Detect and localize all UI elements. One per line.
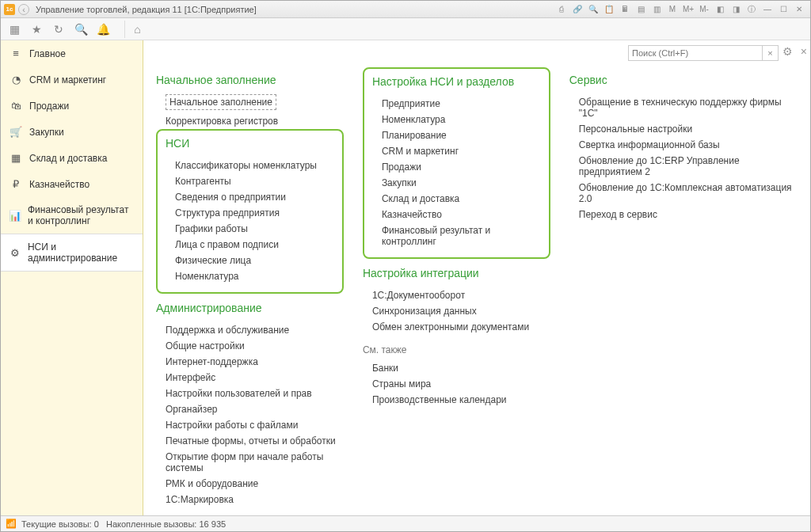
link-item[interactable]: Продажи xyxy=(372,159,541,175)
section-title: Администрирование xyxy=(156,302,344,314)
search-icon[interactable]: 🔍 xyxy=(586,3,600,16)
status-accum-value: 16 935 xyxy=(199,519,226,529)
m-minus-button[interactable]: M- xyxy=(697,3,711,16)
sidebar-item[interactable]: ▦Склад и доставка xyxy=(1,145,143,171)
link-item[interactable]: Сведения о предприятии xyxy=(166,189,334,205)
link-item[interactable]: Лица с правом подписи xyxy=(166,237,334,253)
link-item[interactable]: 1С:Документооборот xyxy=(363,287,550,303)
link-item[interactable]: Обмен электронными документами xyxy=(363,319,550,335)
link-item[interactable]: Номенклатура xyxy=(372,112,541,127)
link-item[interactable]: Поддержка и обслуживание xyxy=(156,322,344,338)
status-accum-label: Накопленные вызовы: xyxy=(106,519,196,529)
section-title: НСИ xyxy=(166,137,334,150)
sidebar-item[interactable]: 🛍Продажи xyxy=(1,93,143,119)
search-clear-button[interactable]: × xyxy=(763,45,779,61)
db-icon[interactable]: ▥ xyxy=(649,3,664,16)
link-item[interactable]: Казначейство xyxy=(372,207,541,222)
link-item[interactable]: РМК и оборудование xyxy=(156,476,344,492)
link-item[interactable]: Интернет-поддержка xyxy=(156,354,344,370)
sidebar-item[interactable]: ◔CRM и маркетинг xyxy=(1,66,143,93)
link-item[interactable]: Настройки работы с файлами xyxy=(156,417,344,433)
link-item[interactable]: Свертка информационной базы xyxy=(569,137,794,153)
link-item[interactable]: Обращение в техническую поддержку фирмы … xyxy=(569,94,794,121)
sidebar-label: Продажи xyxy=(29,101,69,112)
link-item[interactable]: 1С:Маркировка xyxy=(156,492,344,507)
section-title: Настройка интеграции xyxy=(363,267,550,279)
print-icon[interactable]: ⎙ xyxy=(554,3,569,16)
sidebar-label: Закупки xyxy=(29,127,64,138)
link-item[interactable]: Открытие форм при начале работы системы xyxy=(156,449,344,476)
sidebar-icon: ≡ xyxy=(9,48,23,59)
link-item[interactable]: Настройки пользователей и прав xyxy=(156,386,344,401)
sidebar-item[interactable]: 🛒Закупки xyxy=(1,119,143,145)
link-item[interactable]: Органайзер xyxy=(156,401,344,417)
home-icon[interactable]: ⌂ xyxy=(124,21,142,38)
sidebar-item[interactable]: 📊Финансовый результат и контроллинг xyxy=(1,197,143,234)
history-icon[interactable]: ↻ xyxy=(50,21,67,38)
link-item[interactable]: Производственные календари xyxy=(363,392,550,408)
status-bar: 📶 Текущие вызовы: 0 Накопленные вызовы: … xyxy=(1,515,810,531)
link-item[interactable]: Синхронизация данных xyxy=(363,303,550,319)
link-item[interactable]: Графики работы xyxy=(166,221,334,237)
sidebar-label: НСИ и администрирование xyxy=(28,241,135,264)
link-item[interactable]: Номенклатура xyxy=(166,268,334,284)
link-item[interactable]: Классификаторы номенклатуры xyxy=(166,158,334,173)
link-item[interactable]: CRM и маркетинг xyxy=(372,143,541,159)
link-icon[interactable]: 🔗 xyxy=(570,3,584,16)
link-item[interactable]: Физические лица xyxy=(166,253,334,268)
link-item[interactable]: Закупки xyxy=(372,175,541,191)
link-item[interactable]: Обновление до 1С:Комплексная автоматизац… xyxy=(569,180,794,207)
highlight-box-nsi: НСИ Классификаторы номенклатурыКонтраген… xyxy=(156,129,344,294)
link-item[interactable]: Предприятие xyxy=(372,96,541,112)
sidebar-icon: ⚙ xyxy=(9,247,21,259)
link-item[interactable]: Планирование xyxy=(372,127,541,143)
panel-close-button[interactable]: × xyxy=(801,45,807,58)
search-input[interactable] xyxy=(628,45,763,61)
link-item[interactable]: Склад и доставка xyxy=(372,191,541,207)
link-item[interactable]: Контрагенты xyxy=(166,173,334,189)
main-toolbar: ▦ ★ ↻ 🔍 🔔 ⌂ xyxy=(1,18,810,40)
section-title: Настройка НСИ и разделов xyxy=(372,75,541,88)
link-item[interactable]: Общие настройки xyxy=(156,338,344,354)
bell-icon[interactable]: 🔔 xyxy=(94,21,112,38)
calc-icon[interactable]: 🖩 xyxy=(618,3,632,16)
help-icon[interactable]: ⓘ xyxy=(744,3,759,16)
calendar-icon[interactable]: ▤ xyxy=(634,3,648,16)
m-button[interactable]: M xyxy=(665,3,680,16)
nav-back-icon[interactable]: ‹ xyxy=(18,4,29,15)
star-icon[interactable]: ★ xyxy=(28,21,45,38)
window-title: Управление торговлей, редакция 11 [1С:Пр… xyxy=(36,5,257,14)
grid-icon[interactable]: ▦ xyxy=(6,21,23,38)
main-panel: × ⚙ × Начальное заполнение Начальное зап… xyxy=(143,40,810,515)
window-minimize-button[interactable]: — xyxy=(760,3,775,16)
window-maximize-button[interactable]: ☐ xyxy=(776,3,790,16)
gear-icon[interactable]: ⚙ xyxy=(782,45,793,58)
link-item[interactable]: Начальное заполнение xyxy=(166,94,276,110)
column-3: Сервис Обращение в техническую поддержку… xyxy=(569,67,794,507)
app-logo-icon: 1c xyxy=(4,4,15,15)
sidebar-item[interactable]: ≡Главное xyxy=(1,40,143,66)
link-item[interactable]: Банки xyxy=(363,360,550,376)
sidebar-item[interactable]: ⚙НСИ и администрирование xyxy=(1,234,143,272)
status-current-label: Текущие вызовы: xyxy=(21,519,92,529)
link-item[interactable]: Персональные настройки xyxy=(569,121,794,137)
link-item[interactable]: Корректировка регистров xyxy=(156,113,344,129)
link-item[interactable]: Обновление до 1С:ERP Управление предприя… xyxy=(569,153,794,180)
column-2: Настройка НСИ и разделов ПредприятиеНоме… xyxy=(363,67,550,507)
link-item[interactable]: Интерфейс xyxy=(156,370,344,386)
clipboard-icon[interactable]: 📋 xyxy=(602,3,616,16)
sidebar-label: Главное xyxy=(29,48,66,59)
section-title: Начальное заполнение xyxy=(156,74,344,86)
search2-icon[interactable]: 🔍 xyxy=(72,21,89,38)
panel1-icon[interactable]: ◧ xyxy=(713,3,727,16)
window-close-button[interactable]: ✕ xyxy=(792,3,806,16)
link-item[interactable]: Переход в сервис xyxy=(569,207,794,222)
sidebar-item[interactable]: ₽Казначейство xyxy=(1,171,143,197)
link-item[interactable]: Структура предприятия xyxy=(166,205,334,221)
m-plus-button[interactable]: M+ xyxy=(681,3,695,16)
column-1: Начальное заполнение Начальное заполнени… xyxy=(156,67,344,507)
link-item[interactable]: Финансовый результат и контроллинг xyxy=(372,222,541,249)
panel2-icon[interactable]: ◨ xyxy=(729,3,743,16)
link-item[interactable]: Страны мира xyxy=(363,376,550,392)
link-item[interactable]: Печатные формы, отчеты и обработки xyxy=(156,433,344,449)
